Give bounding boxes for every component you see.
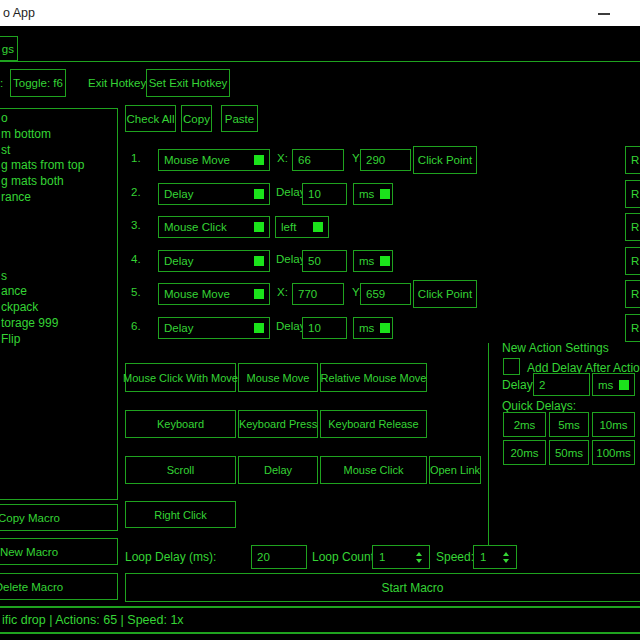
new-action-settings-title: New Action Settings bbox=[502, 341, 609, 355]
minimize-icon[interactable] bbox=[598, 13, 610, 15]
spinner-down-icon[interactable] bbox=[416, 559, 422, 563]
stepper-arrows bbox=[503, 552, 509, 563]
remove-action-button[interactable]: R bbox=[625, 247, 640, 275]
menu-tab-settings[interactable]: gs bbox=[0, 36, 18, 61]
app-window: o App gs : Toggle: f6 Exit Hotkey: Set E… bbox=[0, 0, 640, 640]
quick-delay-20ms-button[interactable]: 20ms bbox=[503, 440, 546, 465]
dropdown-indicator-icon bbox=[254, 189, 264, 199]
exit-hotkey-label: Exit Hotkey: bbox=[88, 77, 149, 89]
y-input[interactable] bbox=[360, 283, 411, 305]
new-macro-button[interactable]: New Macro bbox=[0, 538, 118, 565]
mouse-button-dropdown[interactable]: left bbox=[275, 216, 329, 238]
dropdown-indicator-icon bbox=[254, 256, 264, 266]
action-number: 2. bbox=[131, 186, 141, 198]
nas-delay-input[interactable] bbox=[533, 373, 590, 396]
delay-input[interactable] bbox=[302, 317, 347, 339]
delay-label: Delay bbox=[276, 253, 305, 265]
spinner-up-icon[interactable] bbox=[503, 552, 509, 556]
remove-action-button[interactable]: R bbox=[625, 314, 640, 342]
remove-action-button[interactable]: R bbox=[625, 213, 640, 241]
loop-delay-input[interactable] bbox=[251, 545, 307, 569]
action-number: 6. bbox=[131, 320, 141, 332]
window-title: o App bbox=[3, 6, 35, 20]
dropdown-indicator-icon bbox=[254, 155, 264, 165]
palette-relative-mouse-move-button[interactable]: Relative Mouse Move bbox=[320, 363, 427, 392]
action-type-dropdown[interactable]: Mouse Move bbox=[158, 283, 270, 305]
delete-macro-button[interactable]: Delete Macro bbox=[0, 573, 118, 600]
palette-keyboard-button[interactable]: Keyboard bbox=[125, 410, 236, 438]
unit-dropdown[interactable]: ms bbox=[353, 250, 393, 272]
start-macro-button[interactable]: Start Macro bbox=[125, 573, 640, 602]
dropdown-indicator-icon bbox=[380, 323, 390, 333]
action-row: 5. Mouse Move X: Y: Click Point R bbox=[0, 280, 640, 308]
action-row: 1. Mouse Move X: Y: Click Point R bbox=[0, 146, 640, 174]
palette-mouse-click-with-move-button[interactable]: Mouse Click With Move bbox=[125, 363, 236, 392]
action-row: 6. Delay Delay ms R bbox=[0, 314, 640, 342]
action-type-dropdown[interactable]: Mouse Move bbox=[158, 149, 270, 171]
copy-button[interactable]: Copy bbox=[181, 105, 212, 132]
palette-right-click-button[interactable]: Right Click bbox=[125, 501, 236, 528]
macro-list-item[interactable]: m bottom bbox=[1, 127, 117, 143]
quick-delay-5ms-button[interactable]: 5ms bbox=[549, 412, 589, 437]
speed-label: Speed: bbox=[436, 550, 474, 564]
dropdown-indicator-icon bbox=[254, 323, 264, 333]
click-point-button[interactable]: Click Point bbox=[413, 146, 477, 174]
remove-action-button[interactable]: R bbox=[625, 280, 640, 308]
unit-dropdown[interactable]: ms bbox=[353, 317, 393, 339]
palette-open-link-button[interactable]: Open Link bbox=[429, 456, 481, 484]
x-label: X: bbox=[277, 152, 288, 164]
unit-dropdown[interactable]: ms bbox=[353, 183, 393, 205]
y-input[interactable] bbox=[360, 149, 411, 171]
set-exit-hotkey-button[interactable]: Set Exit Hotkey bbox=[146, 69, 230, 97]
palette-keyboard-release-button[interactable]: Keyboard Release bbox=[320, 410, 427, 438]
x-input[interactable] bbox=[292, 149, 344, 171]
panel-divider bbox=[488, 343, 489, 545]
action-number: 4. bbox=[131, 253, 141, 265]
loop-count-stepper[interactable]: 1 bbox=[372, 545, 430, 569]
status-bar: ific drop | Actions: 65 | Speed: 1x bbox=[0, 606, 640, 634]
remove-action-button[interactable]: R bbox=[625, 146, 640, 174]
quick-delay-100ms-button[interactable]: 100ms bbox=[592, 440, 635, 465]
spinner-up-icon[interactable] bbox=[416, 552, 422, 556]
action-number: 1. bbox=[131, 152, 141, 164]
quick-delay-10ms-button[interactable]: 10ms bbox=[592, 412, 635, 437]
delay-label: Delay bbox=[276, 320, 305, 332]
action-row: 4. Delay Delay ms R bbox=[0, 247, 640, 275]
palette-mouse-click-button[interactable]: Mouse Click bbox=[320, 456, 427, 484]
spinner-down-icon[interactable] bbox=[503, 559, 509, 563]
action-type-dropdown[interactable]: Delay bbox=[158, 250, 270, 272]
titlebar: o App bbox=[0, 0, 640, 26]
palette-scroll-button[interactable]: Scroll bbox=[125, 456, 236, 484]
quick-delay-50ms-button[interactable]: 50ms bbox=[549, 440, 589, 465]
x-label: X: bbox=[277, 286, 288, 298]
delay-input[interactable] bbox=[302, 250, 347, 272]
paste-button[interactable]: Paste bbox=[221, 105, 258, 132]
speed-stepper[interactable]: 1 bbox=[473, 545, 517, 569]
quick-delays-label: Quick Delays: bbox=[502, 399, 576, 413]
copy-macro-button[interactable]: Copy Macro bbox=[0, 504, 118, 531]
palette-delay-button[interactable]: Delay bbox=[238, 456, 318, 484]
dropdown-indicator-icon bbox=[380, 256, 390, 266]
palette-mouse-move-button[interactable]: Mouse Move bbox=[238, 363, 318, 392]
delay-input[interactable] bbox=[302, 183, 347, 205]
remove-action-button[interactable]: R bbox=[625, 180, 640, 208]
click-point-button[interactable]: Click Point bbox=[413, 280, 477, 308]
palette-keyboard-press-button[interactable]: Keyboard Press bbox=[238, 410, 318, 438]
check-all-button[interactable]: Check All bbox=[125, 105, 176, 132]
action-type-dropdown[interactable]: Delay bbox=[158, 317, 270, 339]
action-type-dropdown[interactable]: Delay bbox=[158, 183, 270, 205]
dropdown-indicator-icon bbox=[254, 289, 264, 299]
action-type-dropdown[interactable]: Mouse Click bbox=[158, 216, 270, 238]
add-delay-checkbox[interactable] bbox=[503, 358, 520, 375]
status-text: ific drop | Actions: 65 | Speed: 1x bbox=[2, 613, 184, 627]
dropdown-indicator-icon bbox=[254, 222, 264, 232]
nas-unit-dropdown[interactable]: ms bbox=[592, 373, 635, 396]
macro-list-item[interactable]: o bbox=[1, 111, 117, 127]
quick-delay-2ms-button[interactable]: 2ms bbox=[503, 412, 546, 437]
x-input[interactable] bbox=[292, 283, 344, 305]
action-row: 2. Delay Delay ms R bbox=[0, 180, 640, 208]
dropdown-indicator-icon bbox=[380, 189, 390, 199]
nas-delay-label: Delay: bbox=[502, 378, 536, 392]
toggle-hotkey-button[interactable]: Toggle: f6 bbox=[10, 69, 66, 97]
toggle-hotkey-label: : bbox=[0, 77, 3, 89]
